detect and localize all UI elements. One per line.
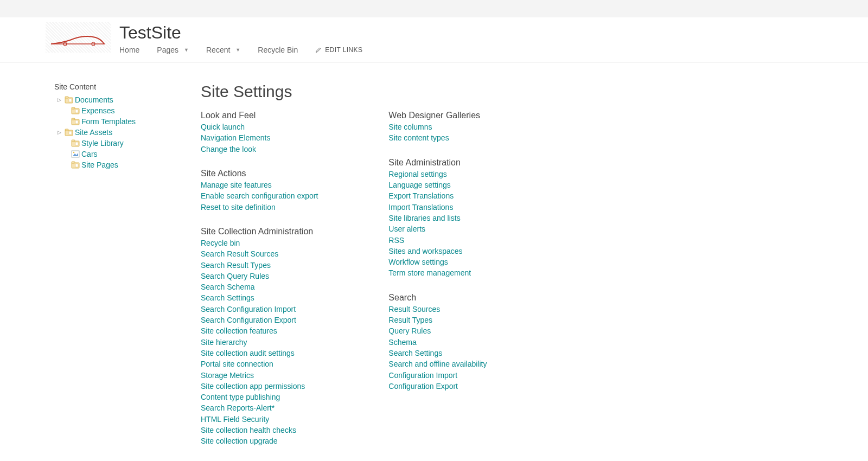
settings-link[interactable]: Result Types (388, 315, 487, 325)
tree-item-label: Site Assets (75, 128, 112, 137)
settings-link[interactable]: Site collection app permissions (201, 381, 318, 392)
folder-icon (71, 139, 80, 147)
settings-link[interactable]: Search Schema (201, 281, 318, 292)
settings-link[interactable]: Reset to site definition (201, 202, 318, 213)
expand-arrow-icon[interactable]: ▷ (58, 97, 63, 103)
group-heading: Look and Feel (201, 111, 318, 120)
tree-item-expenses[interactable]: ▷Expenses (54, 105, 190, 116)
settings-group-site-administration: Site AdministrationRegional settingsLang… (388, 158, 487, 279)
settings-link[interactable]: Site content types (388, 132, 487, 143)
pencil-icon (315, 47, 322, 53)
top-nav-item-pages[interactable]: Pages▼ (157, 46, 189, 54)
settings-link[interactable]: Content type publishing (201, 392, 318, 402)
tree-item-site-assets[interactable]: ▷Site Assets (54, 127, 190, 138)
top-nav-item-recycle-bin[interactable]: Recycle Bin (258, 46, 298, 54)
car-logo-icon (46, 22, 111, 53)
tree-item-form-templates[interactable]: ▷Form Templates (54, 116, 190, 127)
settings-link[interactable]: Language settings (388, 180, 487, 190)
svg-rect-4 (69, 99, 72, 102)
top-nav-label: Recent (206, 46, 230, 54)
tree-item-label: Documents (75, 95, 113, 104)
settings-column: Web Designer GalleriesSite columnsSite c… (388, 111, 487, 461)
settings-link[interactable]: Sites and workspaces (388, 246, 487, 257)
settings-link[interactable]: Site collection audit settings (201, 348, 318, 358)
settings-link[interactable]: Manage site features (201, 180, 318, 190)
tree-item-cars[interactable]: ▷Cars (54, 149, 190, 159)
site-title[interactable]: TestSite (119, 23, 362, 42)
tree-item-label: Style Library (81, 139, 124, 148)
settings-link[interactable]: Site columns (388, 121, 487, 132)
tree-item-label: Expenses (81, 106, 114, 115)
settings-link[interactable]: Search Result Types (201, 260, 318, 271)
svg-rect-6 (72, 107, 75, 109)
folder-icon (71, 107, 80, 114)
settings-link[interactable]: Storage Metrics (201, 370, 318, 381)
caret-down-icon: ▼ (235, 47, 240, 53)
top-nav-item-home[interactable]: Home (119, 46, 139, 54)
suite-bar (0, 0, 868, 18)
settings-link[interactable]: Term store management (388, 267, 487, 278)
settings-group-search: SearchResult SourcesResult TypesQuery Ru… (388, 293, 487, 392)
settings-link[interactable]: Configuration Export (388, 381, 487, 392)
settings-group-look-and-feel: Look and FeelQuick launchNavigation Elem… (201, 111, 318, 155)
settings-link[interactable]: Search Reports-Alert* (201, 402, 318, 413)
settings-link[interactable]: Search Settings (201, 292, 318, 303)
settings-link[interactable]: Result Sources (388, 304, 487, 315)
settings-link[interactable]: Site libraries and lists (388, 213, 487, 223)
settings-link[interactable]: Search Configuration Import (201, 304, 318, 315)
settings-link[interactable]: Change the look (201, 144, 318, 155)
group-heading: Search (388, 293, 487, 303)
tree-item-site-pages[interactable]: ▷Site Pages (54, 159, 190, 170)
settings-link[interactable]: Search Configuration Export (201, 315, 318, 325)
top-nav-label: Pages (157, 46, 178, 54)
settings-group-site-collection-administration: Site Collection AdministrationRecycle bi… (201, 227, 318, 447)
settings-link[interactable]: Search Settings (388, 348, 487, 358)
settings-link[interactable]: Site collection features (201, 325, 318, 336)
settings-group-site-actions: Site ActionsManage site featuresEnable s… (201, 169, 318, 213)
settings-link[interactable]: Quick launch (201, 121, 318, 132)
settings-link[interactable]: Export Translations (388, 190, 487, 201)
settings-link[interactable]: Workflow settings (388, 257, 487, 267)
settings-link[interactable]: Search and offline availability (388, 358, 487, 369)
settings-link[interactable]: Schema (388, 337, 487, 348)
svg-rect-13 (69, 131, 72, 135)
edit-links-label: EDIT LINKS (325, 46, 362, 54)
expand-arrow-icon[interactable]: ▷ (58, 130, 63, 135)
settings-link[interactable]: Regional settings (388, 169, 487, 180)
svg-rect-12 (65, 129, 68, 131)
settings-link[interactable]: HTML Field Security (201, 414, 318, 425)
settings-link[interactable]: Recycle bin (201, 238, 318, 248)
left-nav: Site Content ▷Documents▷Expenses▷Form Te… (54, 82, 201, 461)
settings-link[interactable]: Navigation Elements (201, 132, 318, 143)
header: TestSite HomePages▼Recent▼Recycle BinEDI… (0, 18, 868, 63)
group-heading: Site Actions (201, 169, 318, 178)
settings-group-web-designer-galleries: Web Designer GalleriesSite columnsSite c… (388, 111, 487, 144)
settings-link[interactable]: Portal site connection (201, 358, 318, 369)
settings-link[interactable]: User alerts (388, 223, 487, 234)
folder-icon (71, 161, 80, 169)
settings-link[interactable]: Configuration Import (388, 370, 487, 381)
group-heading: Site Collection Administration (201, 227, 318, 236)
settings-link[interactable]: Enable search configuration export (201, 190, 318, 201)
page-title: Site Settings (201, 82, 868, 101)
top-nav-label: Home (119, 46, 139, 54)
site-logo[interactable] (46, 22, 111, 53)
settings-link[interactable]: Search Result Sources (201, 248, 318, 259)
top-nav-item-recent[interactable]: Recent▼ (206, 46, 240, 54)
tree-item-style-library[interactable]: ▷Style Library (54, 138, 190, 149)
settings-link[interactable]: Query Rules (388, 325, 487, 336)
group-heading: Web Designer Galleries (388, 111, 487, 120)
edit-links-button[interactable]: EDIT LINKS (315, 46, 362, 54)
folder-icon (65, 129, 73, 136)
settings-link[interactable]: Import Translations (388, 202, 487, 213)
settings-link[interactable]: Site collection health checks (201, 425, 318, 436)
tree-item-documents[interactable]: ▷Documents (54, 94, 190, 105)
settings-link[interactable]: Site hierarchy (201, 337, 318, 348)
settings-link[interactable]: Search Query Rules (201, 271, 318, 281)
settings-column: Look and FeelQuick launchNavigation Elem… (201, 111, 318, 461)
top-nav: HomePages▼Recent▼Recycle BinEDIT LINKS (119, 46, 362, 54)
svg-rect-16 (75, 142, 78, 145)
settings-link[interactable]: RSS (388, 235, 487, 246)
svg-rect-3 (65, 97, 68, 98)
settings-link[interactable]: Site collection upgrade (201, 436, 318, 446)
